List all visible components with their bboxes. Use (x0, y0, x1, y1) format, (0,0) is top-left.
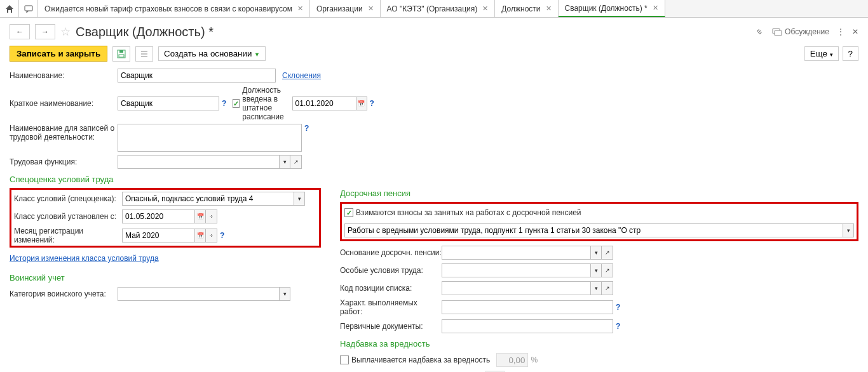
staffing-label: Должность введена в штатное расписание (242, 86, 285, 121)
cond-label: Особые условия труда: (340, 266, 442, 275)
discuss-icon (772, 27, 782, 37)
close-icon[interactable]: ✕ (653, 4, 658, 12)
svg-rect-0 (25, 6, 32, 11)
header-toolbar: ← → ☆ Сварщик (Должность) * Обсуждение ⋮… (0, 18, 868, 46)
spec-highlight-box: Класс условий (спецоценка): ▾ Класс усло… (10, 188, 321, 248)
chevron-down-icon[interactable]: ▾ (279, 287, 290, 301)
staffing-checkbox[interactable]: ✓ (233, 99, 240, 108)
pension-section-title: Досрочная пенсия (340, 189, 858, 198)
page-title: Сварщик (Должность) * (76, 25, 214, 39)
svg-rect-4 (119, 50, 123, 53)
name-input[interactable] (118, 69, 276, 83)
help-button[interactable]: ? (843, 46, 858, 61)
pension-basis-input[interactable] (442, 246, 590, 260)
chat-tab[interactable] (19, 0, 38, 17)
close-icon[interactable]: ✕ (368, 4, 374, 13)
tab-positions[interactable]: Должности✕ (495, 0, 558, 17)
tab-insurance[interactable]: Ожидается новый тариф страховых взносов … (38, 0, 310, 17)
chevron-down-icon: ▼ (254, 51, 260, 58)
favorite-icon[interactable]: ☆ (60, 25, 71, 39)
discuss-button[interactable]: Обсуждение (772, 27, 829, 37)
more-button[interactable]: Еще ▾ (804, 46, 839, 61)
chevron-down-icon[interactable]: ▾ (279, 155, 290, 169)
open-icon[interactable]: ↗ (602, 263, 613, 277)
save-button[interactable] (112, 46, 130, 62)
home-icon (5, 4, 14, 13)
open-icon[interactable]: ↗ (602, 246, 613, 260)
harm-checkbox[interactable] (340, 355, 349, 364)
help-icon[interactable]: ? (220, 231, 224, 240)
harm-pct-input (496, 353, 528, 367)
month-label: Месяц регистрации изменений: (14, 227, 122, 244)
pension-checkbox[interactable]: ✓ (344, 208, 353, 217)
tab-welder[interactable]: Сварщик (Должность) *✕ (559, 0, 665, 17)
forward-button[interactable]: → (35, 24, 55, 39)
class-label: Класс условий (спецоценка): (14, 194, 122, 203)
svg-rect-5 (119, 55, 124, 57)
help-icon[interactable]: ? (304, 124, 309, 133)
empl-record-label: Наименование для записей о трудовой деят… (10, 124, 118, 142)
chevron-down-icon[interactable]: ▾ (590, 263, 602, 277)
open-icon[interactable]: ↗ (602, 281, 613, 295)
spinner-icon[interactable]: ÷ (206, 229, 217, 242)
help-icon[interactable]: ? (222, 99, 226, 108)
code-label: Код позиции списка: (340, 284, 442, 293)
empl-record-textarea[interactable] (118, 124, 302, 152)
history-link[interactable]: История изменения класса условий труда (10, 254, 159, 263)
open-icon[interactable]: ↗ (290, 155, 302, 169)
chevron-down-icon[interactable]: ▾ (843, 223, 854, 237)
close-icon[interactable]: ✕ (546, 4, 552, 13)
mil-cat-input[interactable] (118, 287, 279, 301)
code-input[interactable] (442, 281, 590, 295)
close-icon[interactable]: ✕ (482, 4, 488, 13)
save-close-button[interactable]: Записать и закрыть (10, 46, 107, 62)
char-input[interactable] (442, 300, 613, 314)
military-section-title: Воинский учет (10, 273, 321, 282)
cond-input[interactable] (442, 263, 590, 277)
chevron-down-icon: ▾ (830, 51, 833, 58)
menu-icon[interactable]: ⋮ (837, 27, 844, 36)
docs-input[interactable] (442, 319, 613, 333)
docs-label: Первичные документы: (340, 322, 442, 331)
create-based-button[interactable]: Создать на основании ▼ (158, 46, 266, 61)
tab-bar: Ожидается новый тариф страховых взносов … (0, 0, 868, 18)
spinner-icon[interactable]: ÷ (206, 209, 217, 223)
since-input[interactable] (122, 209, 194, 223)
help-icon[interactable]: ? (616, 322, 620, 331)
mil-cat-label: Категория воинского учета: (10, 289, 118, 298)
chevron-down-icon[interactable]: ▾ (590, 281, 602, 295)
list-button[interactable] (135, 46, 153, 62)
tab-org-ketz[interactable]: АО "КЭТЗ" (Организация)✕ (381, 0, 496, 17)
calendar-icon[interactable]: 📅 (194, 229, 206, 242)
list-icon (140, 50, 149, 58)
class-input[interactable] (122, 192, 294, 206)
pension-highlight-box: ✓ Взимаются взносы за занятых на работах… (340, 202, 858, 241)
chevron-down-icon[interactable]: ▾ (294, 192, 305, 206)
labor-func-input[interactable] (118, 155, 279, 169)
month-input[interactable] (122, 229, 194, 242)
link-icon[interactable] (754, 27, 764, 37)
home-tab[interactable] (0, 0, 19, 17)
harm-cb-label: Выплачивается надбавка за вредность (351, 355, 490, 364)
calendar-icon[interactable]: 📅 (194, 209, 206, 223)
pension-basis-label: Основание досрочн. пенсии: (340, 248, 442, 257)
declension-link[interactable]: Склонения (282, 71, 321, 80)
short-name-input[interactable] (118, 96, 219, 110)
back-button[interactable]: ← (10, 24, 30, 39)
tab-orgs[interactable]: Организации✕ (310, 0, 381, 17)
labor-func-label: Трудовая функция: (10, 157, 118, 166)
since-label: Класс условий установлен с: (14, 212, 122, 221)
action-bar: Записать и закрыть Создать на основании … (0, 46, 868, 68)
spec-section-title: Спецоценка условий труда (10, 175, 321, 184)
pension-type-input[interactable] (344, 223, 843, 237)
close-icon[interactable]: ✕ (297, 4, 303, 13)
short-name-label: Краткое наименование: (10, 99, 118, 108)
close-window-icon[interactable]: ✕ (852, 27, 858, 36)
chevron-down-icon[interactable]: ▾ (590, 246, 602, 260)
help-icon[interactable]: ? (616, 303, 620, 312)
svg-rect-2 (775, 30, 782, 36)
harm-section-title: Надбавка за вредность (340, 339, 858, 349)
char-label: Характ. выполняемых работ: (340, 298, 442, 316)
name-label: Наименование: (10, 71, 118, 80)
save-icon (117, 50, 126, 58)
